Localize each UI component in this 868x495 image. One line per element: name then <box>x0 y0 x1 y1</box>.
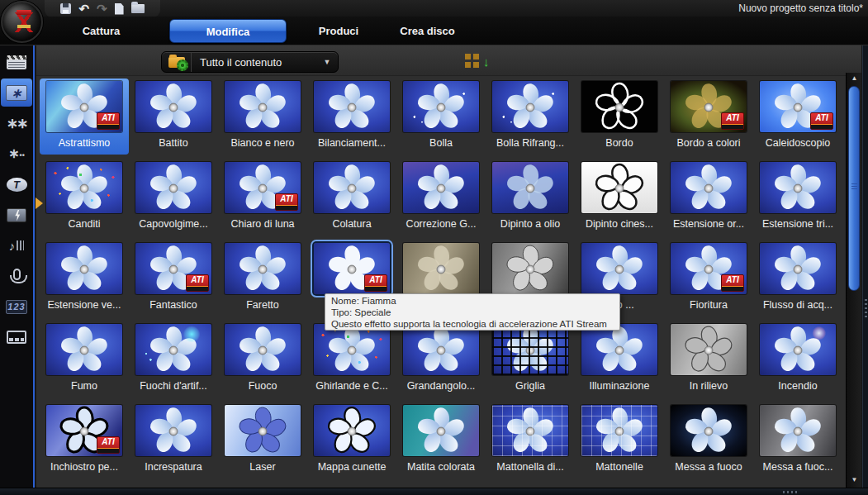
effect-item-5[interactable]: Bolla <box>396 79 486 158</box>
effect-item-15[interactable]: Dipinto a olio <box>486 159 575 239</box>
pinwheel-preview <box>760 243 836 294</box>
effect-label: Estensione or... <box>673 218 744 230</box>
effect-item-9[interactable]: ATICaleidoscopio <box>753 79 842 158</box>
folder-gear-icon[interactable] <box>162 52 192 72</box>
effect-thumbnail: ATI <box>46 405 122 456</box>
effect-item-27[interactable]: Flusso di acq... <box>753 240 842 320</box>
effect-item-8[interactable]: ATIBordo a colori <box>664 79 753 158</box>
tab-cattura[interactable]: Cattura <box>62 17 140 45</box>
tab-crea-disco[interactable]: Crea disco <box>388 17 467 45</box>
effect-thumbnail <box>225 81 301 132</box>
sidebar-item-1[interactable] <box>0 48 33 76</box>
vertical-scrollbar[interactable]: ▲ ▼ <box>846 73 861 488</box>
effect-item-44[interactable]: Messa a fuoco <box>664 402 753 482</box>
effect-item-35[interactable]: In rilievo <box>664 321 753 401</box>
effect-item-42[interactable]: Mattonella di... <box>486 402 575 482</box>
mode-tab-bar: Cattura Modifica Produci Crea disco <box>0 17 868 45</box>
effect-thumbnail <box>581 243 657 294</box>
sidebar-item-2[interactable]: ∗ <box>1 79 32 107</box>
sidebar-item-5[interactable]: T <box>0 170 33 198</box>
pinwheel-preview <box>225 81 301 132</box>
effect-label: Grandangolo... <box>407 380 476 392</box>
effect-item-43[interactable]: Mattonelle <box>575 402 664 482</box>
effect-item-20[interactable]: ATIFantastico <box>129 240 218 320</box>
project-title: Nuovo progetto senza titolo* <box>738 2 863 14</box>
effect-item-17[interactable]: Estensione or... <box>664 159 753 239</box>
pinwheel-preview <box>492 405 568 456</box>
pinwheel-preview <box>314 405 390 456</box>
effect-item-33[interactable]: Griglia <box>486 321 575 401</box>
effect-item-29[interactable]: Fuochi d'artif... <box>129 321 218 401</box>
effect-label: Capovolgime... <box>139 218 207 230</box>
effect-item-1[interactable]: ATIAstrattismo <box>40 79 129 155</box>
save-icon[interactable] <box>60 3 71 14</box>
effect-item-38[interactable]: Increspatura <box>129 402 218 482</box>
effect-item-21[interactable]: Faretto <box>218 240 307 320</box>
effect-thumbnail <box>671 324 747 375</box>
effect-item-37[interactable]: ATIInchiostro pe... <box>40 402 129 482</box>
effect-label: Illuminazione <box>590 380 650 392</box>
sidebar-item-4[interactable]: ∗•• <box>0 140 33 168</box>
pinwheel-preview <box>46 324 122 375</box>
scroll-down-arrow-icon[interactable]: ▼ <box>847 474 862 486</box>
effect-item-14[interactable]: Correzione G... <box>396 159 486 239</box>
pinwheel-preview <box>492 324 568 375</box>
pinwheel-preview <box>46 162 122 213</box>
microphone-icon <box>13 269 21 283</box>
pinwheel-preview <box>581 243 657 294</box>
effect-item-13[interactable]: Colatura <box>307 159 396 239</box>
sidebar-pointer-marker <box>36 198 43 209</box>
effect-item-2[interactable]: Battito <box>129 79 218 158</box>
effect-item-12[interactable]: ATIChiaro di luna <box>218 159 307 239</box>
redo-icon[interactable]: ↷ <box>97 3 107 14</box>
sidebar-item-10[interactable] <box>0 323 33 351</box>
effect-item-34[interactable]: Illuminazione <box>575 321 664 401</box>
effect-item-26[interactable]: ATIFioritura <box>664 240 753 320</box>
effect-thumbnail <box>225 405 301 456</box>
view-sort-button[interactable]: ↓ <box>465 52 493 70</box>
sidebar-item-7[interactable]: ♪ <box>0 231 33 259</box>
effect-item-36[interactable]: Incendio <box>753 321 842 401</box>
effect-item-45[interactable]: Messa a fuoc... <box>753 402 842 482</box>
effect-item-4[interactable]: Bilanciament... <box>307 79 396 158</box>
effect-item-7[interactable]: Bordo <box>575 79 664 158</box>
effect-item-30[interactable]: Fuoco <box>218 321 307 401</box>
effect-label: Matita colorata <box>407 461 475 473</box>
effect-item-41[interactable]: Matita colorata <box>396 402 486 482</box>
effect-item-6[interactable]: Bolla Rifrang... <box>486 79 575 158</box>
content-filter-dropdown[interactable]: Tutto il contenuto ▼ <box>161 51 339 73</box>
effect-label: Dipinto cines... <box>586 218 653 230</box>
effect-item-10[interactable]: Canditi <box>40 159 129 239</box>
sidebar-item-9[interactable]: 123 <box>0 293 33 321</box>
sidebar-item-6[interactable] <box>0 201 33 229</box>
effect-item-18[interactable]: Estensione tri... <box>753 159 842 239</box>
scrollbar-thumb[interactable] <box>848 86 860 291</box>
tab-modifica[interactable]: Modifica <box>169 19 287 43</box>
effect-item-32[interactable]: Grandangolo... <box>396 321 486 401</box>
effect-label: Bordo a colori <box>676 137 740 149</box>
tab-produci[interactable]: Produci <box>301 17 376 45</box>
window-frame-bottom <box>0 488 868 495</box>
app-logo[interactable] <box>1 1 43 43</box>
new-project-icon[interactable] <box>115 3 124 15</box>
effect-item-40[interactable]: Mappa cunette <box>307 402 396 482</box>
double-asterisk-icon: ∗∗ <box>7 117 27 131</box>
effect-item-16[interactable]: Dipinto cines... <box>575 159 664 239</box>
effect-item-31[interactable]: Ghirlande e C... <box>307 321 396 401</box>
sidebar-item-8[interactable] <box>0 262 33 290</box>
scroll-up-arrow-icon[interactable]: ▲ <box>847 73 862 84</box>
effect-item-28[interactable]: Fumo <box>40 321 129 401</box>
effect-item-3[interactable]: Bianco e nero <box>218 79 307 158</box>
sidebar-item-3[interactable]: ∗∗ <box>0 109 33 137</box>
open-project-icon[interactable] <box>131 4 145 13</box>
pinwheel-preview <box>314 162 390 213</box>
effect-item-19[interactable]: Estensione ve... <box>40 240 129 320</box>
pinwheel-preview <box>581 405 657 456</box>
pinwheel-preview <box>403 405 479 456</box>
undo-icon[interactable]: ↶ <box>78 3 89 14</box>
effect-label: Mappa cunette <box>318 461 387 473</box>
effect-item-39[interactable]: Laser <box>218 402 307 482</box>
effect-label: Canditi <box>69 218 101 230</box>
effect-thumbnail <box>492 81 568 132</box>
effect-item-11[interactable]: Capovolgime... <box>129 159 218 239</box>
